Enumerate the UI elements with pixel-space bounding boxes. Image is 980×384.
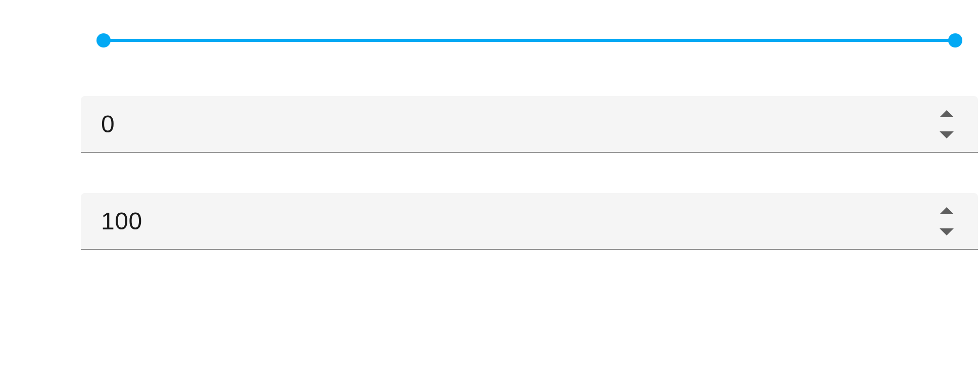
max-value-input[interactable]: 100 [101,207,940,235]
min-value-stepper [940,110,958,138]
slider-thumb-min[interactable] [96,33,111,47]
min-value-input[interactable]: 0 [101,110,940,138]
caret-up-icon[interactable] [940,110,954,117]
slider-track [104,39,955,42]
caret-up-icon[interactable] [940,207,954,214]
caret-down-icon[interactable] [940,228,954,235]
min-value-field[interactable]: 0 [81,96,978,153]
caret-down-icon[interactable] [940,131,954,138]
range-control-container: 0 100 [81,30,978,290]
max-value-field[interactable]: 100 [81,193,978,250]
max-value-stepper [940,207,958,235]
range-slider[interactable] [104,30,955,51]
slider-thumb-max[interactable] [948,33,962,47]
